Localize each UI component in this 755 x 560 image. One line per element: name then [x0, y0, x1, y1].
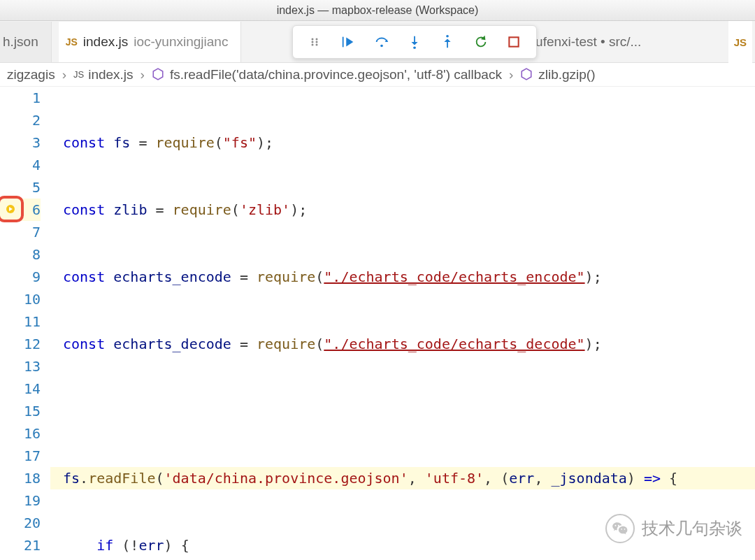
tab-current[interactable]: JS index.js ioc-yunxingjianc [59, 22, 242, 62]
breadcrumb[interactable]: zigzagis › JS index.js › fs.readFile('da… [0, 63, 755, 87]
code-line-current: fs.readFile('data/china.province.geojson… [50, 467, 755, 489]
step-into-icon[interactable] [406, 34, 423, 50]
js-icon: JS [66, 36, 78, 48]
line-number: 21 [24, 537, 41, 554]
breadcrumb-seg[interactable]: zigzagis [7, 67, 55, 82]
line-number: 7 [32, 224, 41, 240]
line-number: 18 [24, 470, 41, 487]
window-title: index.js — mapbox-release (Workspace) [277, 4, 479, 17]
code-line: const zlib = require('zlib'); [50, 199, 755, 221]
tab-filename: index.js [83, 34, 128, 50]
line-number: 9 [32, 268, 41, 285]
restart-icon[interactable] [473, 34, 489, 50]
svg-point-6 [380, 45, 383, 48]
step-out-icon[interactable] [439, 34, 456, 50]
tab-suffix: ioc-yunxingjianc [134, 34, 228, 50]
line-number: 8 [32, 246, 41, 263]
symbol-method-icon [520, 68, 534, 82]
line-number: 20 [24, 515, 41, 531]
tab-partial-left[interactable]: h.json [0, 22, 52, 62]
svg-point-4 [315, 41, 317, 43]
line-number: 17 [24, 447, 41, 464]
code-line: const fs = require("fs"); [50, 131, 755, 154]
titlebar: index.js — mapbox-release (Workspace) [0, 0, 755, 21]
line-number: 5 [32, 179, 41, 196]
continue-icon[interactable] [340, 34, 357, 50]
code-area[interactable]: const fs = require("fs"); const zlib = r… [50, 87, 755, 560]
symbol-method-icon [152, 68, 166, 82]
js-icon: JS [734, 36, 747, 48]
breadcrumb-seg[interactable]: fs.readFile('data/china.province.geojson… [170, 67, 502, 82]
line-number: 11 [24, 313, 41, 330]
breadcrumb-seg[interactable]: zlib.gzip() [538, 67, 595, 82]
watermark: 技术几句杂谈 [605, 514, 742, 543]
line-number: 19 [24, 492, 41, 509]
line-number: 12 [24, 336, 41, 352]
debug-toolbar [292, 25, 537, 59]
current-execution-icon[interactable] [0, 196, 24, 222]
tab-right-badge[interactable]: JS [728, 21, 752, 63]
drag-handle-icon[interactable] [307, 34, 324, 50]
line-number: 4 [32, 157, 41, 173]
wechat-icon [605, 514, 635, 543]
code-editor[interactable]: 1 2 3 4 5 6 7 8 9 10 11 12 13 14 15 16 1… [0, 87, 755, 560]
chevron-right-icon: › [62, 67, 66, 82]
code-line: const echarts_decode = require("./echart… [50, 333, 755, 355]
svg-point-2 [311, 44, 313, 46]
stop-icon[interactable] [505, 34, 522, 50]
breadcrumb-seg[interactable]: index.js [88, 67, 133, 82]
line-number: 10 [24, 291, 41, 308]
line-number: 13 [24, 358, 41, 375]
svg-rect-9 [510, 37, 519, 46]
svg-point-1 [311, 41, 313, 43]
line-number: 2 [32, 112, 41, 129]
tab-right[interactable]: uzhufenxi-test • src/... [500, 34, 755, 50]
svg-point-7 [413, 46, 416, 49]
line-number: 14 [24, 380, 41, 397]
step-over-icon[interactable] [373, 34, 390, 50]
js-icon: JS [73, 69, 84, 80]
code-line [50, 400, 755, 422]
svg-point-5 [315, 44, 317, 46]
svg-point-0 [311, 38, 313, 41]
svg-point-8 [447, 35, 450, 38]
watermark-text: 技术几句杂谈 [642, 517, 742, 540]
chevron-right-icon: › [141, 67, 145, 82]
gutter[interactable]: 1 2 3 4 5 6 7 8 9 10 11 12 13 14 15 16 1… [0, 87, 50, 560]
chevron-right-icon: › [509, 67, 513, 82]
line-number: 16 [24, 425, 41, 442]
tab-bar: h.json JS index.js ioc-yunxingjianc uzhu… [0, 21, 755, 63]
line-number: 1 [32, 89, 41, 106]
line-number: 6 [32, 201, 41, 218]
code-line: const echarts_encode = require("./echart… [50, 266, 755, 288]
tab-label: h.json [3, 34, 38, 50]
line-number: 15 [24, 403, 41, 419]
svg-point-3 [315, 38, 317, 41]
line-number: 3 [32, 134, 41, 151]
